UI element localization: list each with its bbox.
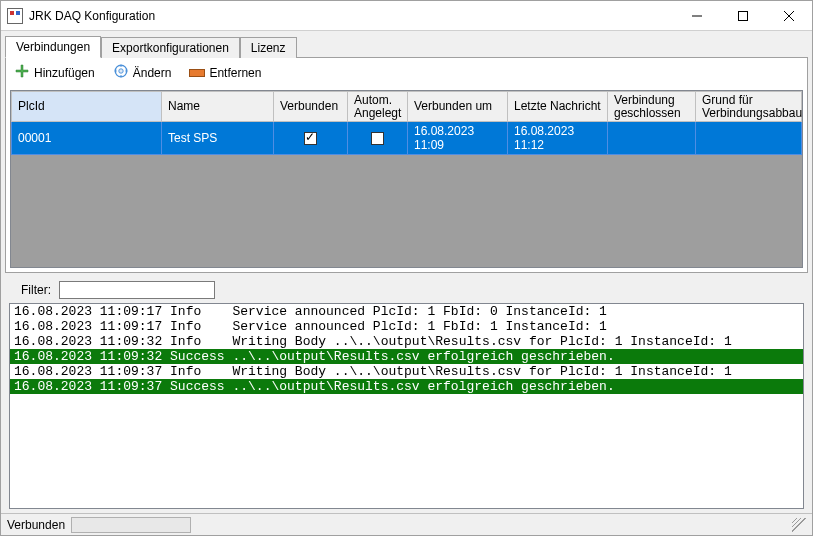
statusbar: Verbunden xyxy=(1,513,812,535)
column-autom-angelegt[interactable]: Autom. Angelegt xyxy=(348,92,408,122)
connections-grid[interactable]: PlcId Name Verbunden Autom. Angelegt Ver… xyxy=(10,90,803,268)
log-line: 16.08.2023 11:09:37 Info Writing Body ..… xyxy=(10,364,803,379)
checkbox-unchecked-icon xyxy=(371,132,384,145)
cell-verbindung-geschlossen[interactable] xyxy=(608,122,696,155)
column-letzte-nachricht[interactable]: Letzte Nachricht xyxy=(508,92,608,122)
cell-verbunden[interactable] xyxy=(274,122,348,155)
log-line: 16.08.2023 11:09:17 Info Service announc… xyxy=(10,304,803,319)
column-verbunden[interactable]: Verbunden xyxy=(274,92,348,122)
toolbar: Hinzufügen Ändern Entfernen xyxy=(6,58,807,90)
plus-icon xyxy=(14,63,30,82)
column-name[interactable]: Name xyxy=(162,92,274,122)
status-progress-panel xyxy=(71,517,191,533)
minimize-button[interactable] xyxy=(674,1,720,31)
minus-icon xyxy=(189,69,205,77)
svg-point-2 xyxy=(119,69,123,73)
log-line: 16.08.2023 11:09:37 Success ..\..\output… xyxy=(10,379,803,394)
tab-verbindungen[interactable]: Verbindungen xyxy=(5,36,101,58)
titlebar: JRK DAQ Konfiguration xyxy=(1,1,812,31)
cell-name[interactable]: Test SPS xyxy=(162,122,274,155)
remove-button-label: Entfernen xyxy=(209,66,261,80)
svg-rect-0 xyxy=(739,11,748,20)
filter-label: Filter: xyxy=(21,283,51,297)
column-grund[interactable]: Grund für Verbindungsabbau xyxy=(696,92,802,122)
column-plcid[interactable]: PlcId xyxy=(12,92,162,122)
cell-verbunden-um[interactable]: 16.08.2023 11:09 xyxy=(408,122,508,155)
checkbox-checked-icon xyxy=(304,132,317,145)
cell-grund[interactable] xyxy=(696,122,802,155)
edit-button-label: Ändern xyxy=(133,66,172,80)
status-text: Verbunden xyxy=(7,518,65,532)
cell-autom-angelegt[interactable] xyxy=(348,122,408,155)
gear-arrows-icon xyxy=(113,63,129,82)
client-area: Verbindungen Exportkonfigurationen Lizen… xyxy=(1,31,812,513)
tab-lizenz[interactable]: Lizenz xyxy=(240,37,297,58)
resize-grip-icon[interactable] xyxy=(792,518,806,532)
cell-letzte-nachricht[interactable]: 16.08.2023 11:12 xyxy=(508,122,608,155)
window-title: JRK DAQ Konfiguration xyxy=(29,9,155,23)
tab-exportkonfigurationen[interactable]: Exportkonfigurationen xyxy=(101,37,240,58)
cell-plcid[interactable]: 00001 xyxy=(12,122,162,155)
add-button[interactable]: Hinzufügen xyxy=(10,61,99,84)
table-row[interactable]: 00001 Test SPS 16.08.2023 11:09 16.08.20… xyxy=(12,122,802,155)
log-line: 16.08.2023 11:09:17 Info Service announc… xyxy=(10,319,803,334)
close-button[interactable] xyxy=(766,1,812,31)
add-button-label: Hinzufügen xyxy=(34,66,95,80)
tabstrip: Verbindungen Exportkonfigurationen Lizen… xyxy=(5,35,808,57)
log-line: 16.08.2023 11:09:32 Info Writing Body ..… xyxy=(10,334,803,349)
edit-button[interactable]: Ändern xyxy=(109,61,176,84)
log-line: 16.08.2023 11:09:32 Success ..\..\output… xyxy=(10,349,803,364)
remove-button[interactable]: Entfernen xyxy=(185,64,265,82)
maximize-button[interactable] xyxy=(720,1,766,31)
window: JRK DAQ Konfiguration Verbindungen Expor… xyxy=(0,0,813,536)
tabpage-verbindungen: Hinzufügen Ändern Entfernen xyxy=(5,57,808,273)
log-panel[interactable]: 16.08.2023 11:09:17 Info Service announc… xyxy=(9,303,804,509)
column-verbunden-um[interactable]: Verbunden um xyxy=(408,92,508,122)
grid-header-row: PlcId Name Verbunden Autom. Angelegt Ver… xyxy=(12,92,802,122)
filter-input[interactable] xyxy=(59,281,215,299)
app-icon xyxy=(7,8,23,24)
filter-bar: Filter: xyxy=(5,273,808,303)
column-verbindung-geschlossen[interactable]: Verbindung geschlossen xyxy=(608,92,696,122)
